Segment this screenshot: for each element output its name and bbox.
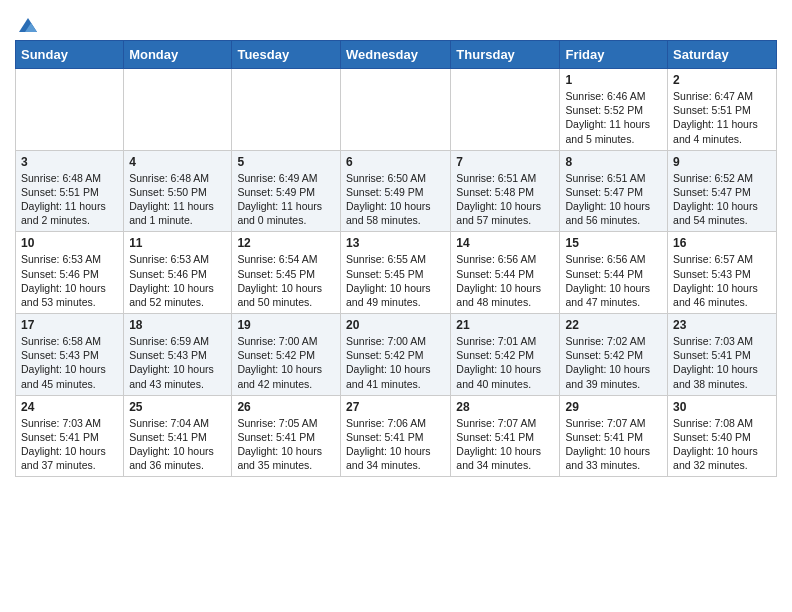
day-of-week-header: Saturday bbox=[668, 41, 777, 69]
calendar-cell bbox=[232, 69, 341, 151]
calendar-week-row: 10Sunrise: 6:53 AM Sunset: 5:46 PM Dayli… bbox=[16, 232, 777, 314]
day-number: 6 bbox=[346, 155, 445, 169]
day-number: 2 bbox=[673, 73, 771, 87]
calendar-cell: 28Sunrise: 7:07 AM Sunset: 5:41 PM Dayli… bbox=[451, 395, 560, 477]
calendar-cell: 5Sunrise: 6:49 AM Sunset: 5:49 PM Daylig… bbox=[232, 150, 341, 232]
day-of-week-header: Monday bbox=[124, 41, 232, 69]
day-number: 23 bbox=[673, 318, 771, 332]
day-number: 7 bbox=[456, 155, 554, 169]
day-number: 15 bbox=[565, 236, 662, 250]
day-info: Sunrise: 6:46 AM Sunset: 5:52 PM Dayligh… bbox=[565, 89, 662, 146]
calendar-cell: 10Sunrise: 6:53 AM Sunset: 5:46 PM Dayli… bbox=[16, 232, 124, 314]
calendar-cell bbox=[16, 69, 124, 151]
day-number: 21 bbox=[456, 318, 554, 332]
day-number: 29 bbox=[565, 400, 662, 414]
calendar-cell: 26Sunrise: 7:05 AM Sunset: 5:41 PM Dayli… bbox=[232, 395, 341, 477]
calendar-cell bbox=[340, 69, 450, 151]
day-of-week-header: Wednesday bbox=[340, 41, 450, 69]
day-info: Sunrise: 7:03 AM Sunset: 5:41 PM Dayligh… bbox=[673, 334, 771, 391]
day-info: Sunrise: 7:00 AM Sunset: 5:42 PM Dayligh… bbox=[346, 334, 445, 391]
logo-icon bbox=[17, 14, 39, 36]
calendar-cell: 16Sunrise: 6:57 AM Sunset: 5:43 PM Dayli… bbox=[668, 232, 777, 314]
day-number: 8 bbox=[565, 155, 662, 169]
day-info: Sunrise: 7:00 AM Sunset: 5:42 PM Dayligh… bbox=[237, 334, 335, 391]
day-number: 18 bbox=[129, 318, 226, 332]
day-number: 19 bbox=[237, 318, 335, 332]
day-info: Sunrise: 7:03 AM Sunset: 5:41 PM Dayligh… bbox=[21, 416, 118, 473]
day-info: Sunrise: 6:49 AM Sunset: 5:49 PM Dayligh… bbox=[237, 171, 335, 228]
calendar-cell: 24Sunrise: 7:03 AM Sunset: 5:41 PM Dayli… bbox=[16, 395, 124, 477]
day-number: 10 bbox=[21, 236, 118, 250]
day-info: Sunrise: 6:51 AM Sunset: 5:48 PM Dayligh… bbox=[456, 171, 554, 228]
day-info: Sunrise: 6:55 AM Sunset: 5:45 PM Dayligh… bbox=[346, 252, 445, 309]
day-number: 13 bbox=[346, 236, 445, 250]
calendar-header-row: SundayMondayTuesdayWednesdayThursdayFrid… bbox=[16, 41, 777, 69]
day-number: 20 bbox=[346, 318, 445, 332]
calendar-cell: 12Sunrise: 6:54 AM Sunset: 5:45 PM Dayli… bbox=[232, 232, 341, 314]
day-number: 4 bbox=[129, 155, 226, 169]
calendar-cell: 7Sunrise: 6:51 AM Sunset: 5:48 PM Daylig… bbox=[451, 150, 560, 232]
calendar-cell: 4Sunrise: 6:48 AM Sunset: 5:50 PM Daylig… bbox=[124, 150, 232, 232]
day-info: Sunrise: 6:56 AM Sunset: 5:44 PM Dayligh… bbox=[565, 252, 662, 309]
calendar-cell: 2Sunrise: 6:47 AM Sunset: 5:51 PM Daylig… bbox=[668, 69, 777, 151]
day-info: Sunrise: 6:57 AM Sunset: 5:43 PM Dayligh… bbox=[673, 252, 771, 309]
calendar-cell: 17Sunrise: 6:58 AM Sunset: 5:43 PM Dayli… bbox=[16, 314, 124, 396]
calendar: SundayMondayTuesdayWednesdayThursdayFrid… bbox=[15, 40, 777, 477]
calendar-cell: 18Sunrise: 6:59 AM Sunset: 5:43 PM Dayli… bbox=[124, 314, 232, 396]
day-of-week-header: Sunday bbox=[16, 41, 124, 69]
day-info: Sunrise: 6:59 AM Sunset: 5:43 PM Dayligh… bbox=[129, 334, 226, 391]
day-info: Sunrise: 7:07 AM Sunset: 5:41 PM Dayligh… bbox=[565, 416, 662, 473]
day-info: Sunrise: 6:48 AM Sunset: 5:51 PM Dayligh… bbox=[21, 171, 118, 228]
calendar-cell: 14Sunrise: 6:56 AM Sunset: 5:44 PM Dayli… bbox=[451, 232, 560, 314]
calendar-cell: 27Sunrise: 7:06 AM Sunset: 5:41 PM Dayli… bbox=[340, 395, 450, 477]
day-info: Sunrise: 6:50 AM Sunset: 5:49 PM Dayligh… bbox=[346, 171, 445, 228]
calendar-cell: 9Sunrise: 6:52 AM Sunset: 5:47 PM Daylig… bbox=[668, 150, 777, 232]
day-number: 22 bbox=[565, 318, 662, 332]
calendar-cell bbox=[124, 69, 232, 151]
day-number: 17 bbox=[21, 318, 118, 332]
day-info: Sunrise: 7:08 AM Sunset: 5:40 PM Dayligh… bbox=[673, 416, 771, 473]
day-info: Sunrise: 7:06 AM Sunset: 5:41 PM Dayligh… bbox=[346, 416, 445, 473]
calendar-cell: 22Sunrise: 7:02 AM Sunset: 5:42 PM Dayli… bbox=[560, 314, 668, 396]
day-number: 14 bbox=[456, 236, 554, 250]
logo bbox=[15, 14, 39, 32]
day-number: 24 bbox=[21, 400, 118, 414]
day-number: 30 bbox=[673, 400, 771, 414]
day-info: Sunrise: 7:05 AM Sunset: 5:41 PM Dayligh… bbox=[237, 416, 335, 473]
day-number: 26 bbox=[237, 400, 335, 414]
day-info: Sunrise: 6:53 AM Sunset: 5:46 PM Dayligh… bbox=[129, 252, 226, 309]
calendar-week-row: 1Sunrise: 6:46 AM Sunset: 5:52 PM Daylig… bbox=[16, 69, 777, 151]
day-number: 11 bbox=[129, 236, 226, 250]
calendar-cell: 21Sunrise: 7:01 AM Sunset: 5:42 PM Dayli… bbox=[451, 314, 560, 396]
day-info: Sunrise: 6:58 AM Sunset: 5:43 PM Dayligh… bbox=[21, 334, 118, 391]
day-info: Sunrise: 6:54 AM Sunset: 5:45 PM Dayligh… bbox=[237, 252, 335, 309]
calendar-cell: 29Sunrise: 7:07 AM Sunset: 5:41 PM Dayli… bbox=[560, 395, 668, 477]
day-of-week-header: Tuesday bbox=[232, 41, 341, 69]
day-number: 3 bbox=[21, 155, 118, 169]
calendar-cell: 30Sunrise: 7:08 AM Sunset: 5:40 PM Dayli… bbox=[668, 395, 777, 477]
header bbox=[15, 10, 777, 32]
calendar-cell: 15Sunrise: 6:56 AM Sunset: 5:44 PM Dayli… bbox=[560, 232, 668, 314]
calendar-cell: 11Sunrise: 6:53 AM Sunset: 5:46 PM Dayli… bbox=[124, 232, 232, 314]
day-number: 9 bbox=[673, 155, 771, 169]
day-number: 12 bbox=[237, 236, 335, 250]
calendar-cell: 13Sunrise: 6:55 AM Sunset: 5:45 PM Dayli… bbox=[340, 232, 450, 314]
calendar-week-row: 3Sunrise: 6:48 AM Sunset: 5:51 PM Daylig… bbox=[16, 150, 777, 232]
day-info: Sunrise: 6:52 AM Sunset: 5:47 PM Dayligh… bbox=[673, 171, 771, 228]
day-of-week-header: Friday bbox=[560, 41, 668, 69]
calendar-cell: 25Sunrise: 7:04 AM Sunset: 5:41 PM Dayli… bbox=[124, 395, 232, 477]
day-info: Sunrise: 6:56 AM Sunset: 5:44 PM Dayligh… bbox=[456, 252, 554, 309]
calendar-week-row: 17Sunrise: 6:58 AM Sunset: 5:43 PM Dayli… bbox=[16, 314, 777, 396]
day-info: Sunrise: 7:07 AM Sunset: 5:41 PM Dayligh… bbox=[456, 416, 554, 473]
day-info: Sunrise: 7:02 AM Sunset: 5:42 PM Dayligh… bbox=[565, 334, 662, 391]
day-number: 16 bbox=[673, 236, 771, 250]
day-number: 5 bbox=[237, 155, 335, 169]
day-info: Sunrise: 7:01 AM Sunset: 5:42 PM Dayligh… bbox=[456, 334, 554, 391]
day-of-week-header: Thursday bbox=[451, 41, 560, 69]
calendar-cell: 6Sunrise: 6:50 AM Sunset: 5:49 PM Daylig… bbox=[340, 150, 450, 232]
day-number: 28 bbox=[456, 400, 554, 414]
day-info: Sunrise: 6:48 AM Sunset: 5:50 PM Dayligh… bbox=[129, 171, 226, 228]
day-number: 25 bbox=[129, 400, 226, 414]
calendar-week-row: 24Sunrise: 7:03 AM Sunset: 5:41 PM Dayli… bbox=[16, 395, 777, 477]
calendar-cell: 1Sunrise: 6:46 AM Sunset: 5:52 PM Daylig… bbox=[560, 69, 668, 151]
